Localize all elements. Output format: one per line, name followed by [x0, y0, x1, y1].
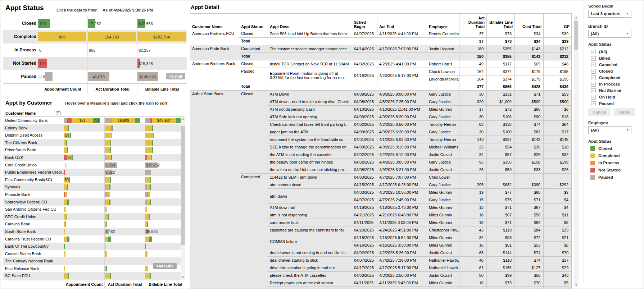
stacked-bar-segment[interactable]: [65, 221, 66, 227]
stacked-bar-segment[interactable]: [105, 147, 110, 153]
stacked-bar-segment[interactable]: [145, 177, 150, 183]
customer-bar-cell[interactable]: [104, 191, 145, 198]
customer-bar-cell[interactable]: [145, 213, 185, 221]
status-row[interactable]: Closed19017,282$47,553: [3, 17, 187, 30]
customer-bar-cell[interactable]: [104, 213, 145, 221]
customer-bar-cell[interactable]: [64, 124, 104, 132]
checkbox-check-icon[interactable]: ✓: [591, 63, 596, 67]
measure-axis-label[interactable]: Billable Line Total: [145, 281, 186, 288]
measure-axis-label[interactable]: Act Duration Total: [87, 84, 137, 94]
customer-bar-cell[interactable]: [64, 272, 104, 280]
customer-bar-cell[interactable]: [104, 243, 145, 250]
checkbox-check-icon[interactable]: ✓: [591, 95, 596, 100]
checkbox-check-icon[interactable]: ✓: [591, 101, 596, 106]
stacked-bar-segment[interactable]: [106, 221, 107, 227]
chevron-down-icon[interactable]: ▼: [624, 30, 631, 37]
stacked-bar-segment[interactable]: [145, 244, 146, 249]
customer-bar-cell[interactable]: $46,937: [145, 117, 185, 124]
customer-bar-cell[interactable]: [104, 198, 145, 206]
customer-row[interactable]: SPC Credit Union: [3, 213, 185, 221]
measure-axis-label[interactable]: Appointment Count: [64, 281, 104, 288]
column-header[interactable]: Act End: [377, 14, 427, 30]
stacked-bar-segment[interactable]: [147, 184, 150, 190]
stacked-bar-segment[interactable]: [64, 229, 65, 234]
column-header[interactable]: Cost Total: [515, 14, 544, 30]
stacked-bar-segment[interactable]: [111, 133, 112, 138]
sched-begin-dropdown[interactable]: Last 3 quarters ▼: [588, 10, 631, 18]
stacked-bar-segment[interactable]: [106, 184, 109, 190]
status-row[interactable]: Not Started144$15,328: [3, 57, 187, 70]
column-header[interactable]: Sched Begin: [352, 14, 377, 30]
column-header[interactable]: Appt Desc: [268, 14, 352, 30]
customer-bar-cell[interactable]: [64, 198, 104, 206]
customer-bar-cell[interactable]: [64, 250, 104, 258]
stacked-bar-segment[interactable]: [107, 155, 111, 160]
chevron-down-icon[interactable]: ▼: [624, 127, 631, 134]
customer-bar-cell[interactable]: [145, 198, 185, 206]
stacked-bar-segment[interactable]: [67, 184, 68, 190]
customer-bar-cell[interactable]: [145, 146, 185, 154]
customer-bar-cell[interactable]: [104, 139, 145, 147]
customer-bar-cell[interactable]: [145, 220, 185, 228]
stacked-bar-segment[interactable]: [145, 140, 152, 146]
status-bar-cell[interactable]: 856: [87, 43, 137, 57]
customer-row[interactable]: Colony Bank: [3, 124, 185, 132]
customer-bar-cell[interactable]: [145, 243, 185, 250]
cancel-button[interactable]: Cancel: [588, 108, 611, 116]
customer-bar-cell[interactable]: [145, 139, 185, 147]
customer-bar-cell[interactable]: 3,462: [104, 228, 145, 235]
stacked-bar-segment[interactable]: [111, 155, 112, 160]
status-bar-cell[interactable]: 17,282: [87, 17, 137, 30]
customer-row[interactable]: South State Bank3,462$6,523: [3, 228, 185, 235]
customer-bar-cell[interactable]: [104, 154, 145, 161]
stacked-bar-segment[interactable]: [108, 214, 109, 220]
checkbox-check-icon[interactable]: ✓: [591, 56, 596, 61]
stacked-bar-segment[interactable]: [106, 207, 106, 212]
customer-bar-cell[interactable]: [104, 183, 145, 191]
column-header[interactable]: Employee: [427, 14, 459, 30]
customer-bar-cell[interactable]: [64, 206, 104, 213]
customer-bar-cell[interactable]: [145, 176, 185, 184]
stacked-bar-segment[interactable]: [72, 155, 73, 160]
stacked-bar-segment[interactable]: [67, 237, 69, 242]
customer-bar-cell[interactable]: [145, 191, 185, 198]
customer-row[interactable]: Coastal States Bank: [3, 250, 185, 258]
stacked-bar-segment[interactable]: [108, 237, 111, 242]
detail-row[interactable]: Arthur State BankClosedATM Down04/08/202…: [190, 91, 572, 98]
customer-bar-cell[interactable]: [64, 235, 104, 243]
status-bar-cell[interactable]: 104,783: [87, 30, 137, 43]
stacked-bar-segment[interactable]: [105, 251, 107, 257]
detail-row[interactable]: PausedEquipment Room motion is going off…: [190, 68, 572, 75]
stacked-bar-segment[interactable]: [152, 140, 153, 146]
stacked-bar-segment[interactable]: [67, 147, 68, 153]
customer-bar-cell[interactable]: [64, 243, 104, 250]
stacked-bar-segment[interactable]: [110, 177, 111, 183]
stacked-bar-segment[interactable]: [147, 207, 147, 212]
stacked-bar-segment[interactable]: [147, 155, 151, 160]
customer-bar-cell[interactable]: [104, 220, 145, 228]
stacked-bar-segment[interactable]: [145, 147, 152, 153]
customer-bar-cell[interactable]: [64, 183, 104, 191]
stacked-bar-segment[interactable]: [152, 147, 153, 153]
customer-bar-cell[interactable]: [145, 272, 185, 280]
chevron-down-icon[interactable]: ▼: [624, 10, 631, 17]
stacked-bar-segment[interactable]: [145, 237, 149, 242]
customer-bar-cell[interactable]: 37: [64, 154, 104, 161]
customer-row[interactable]: First Community Bank(SC)50: [3, 176, 185, 184]
status-row[interactable]: Completed808104,783$282,784: [3, 30, 187, 43]
stacked-bar-segment[interactable]: [105, 237, 108, 242]
stacked-bar-segment[interactable]: [151, 170, 151, 175]
stacked-bar-segment[interactable]: [64, 273, 68, 279]
stacked-bar-segment[interactable]: [149, 237, 152, 242]
stacked-bar-segment[interactable]: [145, 214, 149, 220]
appt-status-checkbox[interactable]: ✓Closed: [588, 68, 621, 74]
customer-bar-cell[interactable]: [64, 265, 104, 272]
stacked-bar-segment[interactable]: [110, 147, 111, 153]
measure-axis-label[interactable]: Appointment Count: [38, 84, 87, 94]
customer-bar-cell[interactable]: [145, 154, 185, 161]
customer-bar-cell[interactable]: [64, 228, 104, 235]
customer-row[interactable]: San Antonio Citizens Fed CU: [3, 206, 185, 213]
stacked-bar-segment[interactable]: [105, 155, 107, 160]
appt-status-checkbox[interactable]: ✓Paused: [588, 100, 621, 107]
measure-axis-label[interactable]: Act Duration Total: [104, 281, 145, 288]
